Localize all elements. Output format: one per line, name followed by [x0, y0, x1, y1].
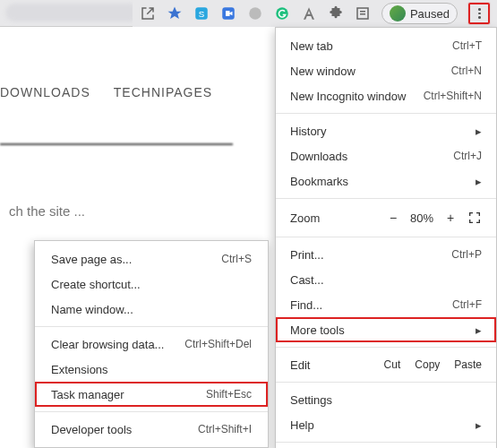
submenu-arrow-icon: ▸	[476, 418, 482, 432]
address-blur	[5, 4, 140, 22]
submenu-clear-data[interactable]: Clear browsing data...Ctrl+Shift+Del	[35, 332, 268, 357]
svg-text:S: S	[199, 9, 205, 19]
extension-s-icon[interactable]: S	[193, 5, 210, 22]
edit-cut[interactable]: Cut	[384, 358, 401, 371]
site-tab-technipages[interactable]: TECHNIPAGES	[114, 85, 212, 99]
submenu-arrow-icon: ▸	[476, 323, 482, 337]
extension-grey-icon[interactable]	[247, 5, 263, 22]
submenu-developer-tools[interactable]: Developer toolsCtrl+Shift+I	[35, 417, 268, 442]
svg-point-3	[249, 7, 261, 20]
zoom-label: Zoom	[290, 211, 376, 225]
more-tools-submenu: Save page as...Ctrl+S Create shortcut...…	[34, 240, 269, 448]
submenu-save-page[interactable]: Save page as...Ctrl+S	[35, 246, 268, 271]
edit-paste[interactable]: Paste	[454, 358, 482, 371]
extensions-puzzle-icon[interactable]	[328, 5, 344, 22]
menu-separator	[276, 237, 496, 237]
menu-incognito[interactable]: New Incognito windowCtrl+Shift+N	[276, 83, 496, 108]
menu-new-window[interactable]: New windowCtrl+N	[276, 58, 496, 83]
site-tab-downloads[interactable]: DOWNLOADS	[0, 85, 90, 99]
menu-separator	[276, 382, 496, 383]
submenu-name-window[interactable]: Name window...	[35, 297, 268, 322]
chrome-main-menu: New tabCtrl+T New windowCtrl+N New Incog…	[275, 27, 497, 448]
submenu-create-shortcut[interactable]: Create shortcut...	[35, 271, 268, 297]
edit-label: Edit	[290, 358, 370, 372]
extension-video-icon[interactable]	[220, 5, 236, 22]
menu-separator	[35, 411, 268, 412]
menu-separator	[276, 347, 496, 348]
menu-more-tools[interactable]: More tools▸	[276, 317, 496, 342]
profile-paused-label: Paused	[410, 7, 450, 21]
zoom-out-button[interactable]: −	[385, 211, 401, 225]
zoom-value: 80%	[410, 211, 433, 225]
fullscreen-button[interactable]	[467, 211, 482, 225]
menu-settings[interactable]: Settings	[276, 387, 496, 412]
menu-history[interactable]: History▸	[276, 118, 496, 143]
menu-separator	[35, 326, 268, 327]
reading-list-icon[interactable]	[355, 5, 371, 22]
bookmark-star-icon[interactable]	[167, 5, 183, 22]
menu-help[interactable]: Help▸	[276, 412, 496, 437]
menu-print[interactable]: Print...Ctrl+P	[276, 242, 496, 267]
avatar	[390, 5, 406, 22]
zoom-in-button[interactable]: +	[442, 211, 458, 225]
menu-find[interactable]: Find...Ctrl+F	[276, 292, 496, 317]
extension-a-icon[interactable]	[301, 5, 317, 22]
menu-new-tab[interactable]: New tabCtrl+T	[276, 33, 496, 58]
menu-cast[interactable]: Cast...	[276, 267, 496, 292]
menu-bookmarks[interactable]: Bookmarks▸	[276, 168, 496, 194]
divider-line	[0, 143, 233, 145]
menu-separator	[276, 442, 496, 443]
submenu-arrow-icon: ▸	[476, 175, 482, 188]
share-icon[interactable]	[140, 5, 156, 22]
chrome-menu-button[interactable]	[468, 3, 490, 24]
edit-copy[interactable]: Copy	[415, 358, 440, 371]
submenu-extensions[interactable]: Extensions	[35, 357, 268, 382]
browser-toolbar: S Paused	[133, 0, 497, 27]
profile-chip[interactable]: Paused	[381, 3, 458, 24]
menu-zoom-row: Zoom − 80% +	[276, 203, 496, 232]
menu-edit-row: Edit Cut Copy Paste	[276, 352, 496, 377]
menu-separator	[276, 113, 496, 114]
menu-separator	[276, 198, 496, 199]
submenu-task-manager[interactable]: Task managerShift+Esc	[35, 382, 268, 407]
menu-downloads[interactable]: DownloadsCtrl+J	[276, 143, 496, 168]
submenu-arrow-icon: ▸	[476, 125, 482, 138]
search-input[interactable]	[0, 193, 269, 228]
extension-grammarly-icon[interactable]	[274, 5, 290, 22]
